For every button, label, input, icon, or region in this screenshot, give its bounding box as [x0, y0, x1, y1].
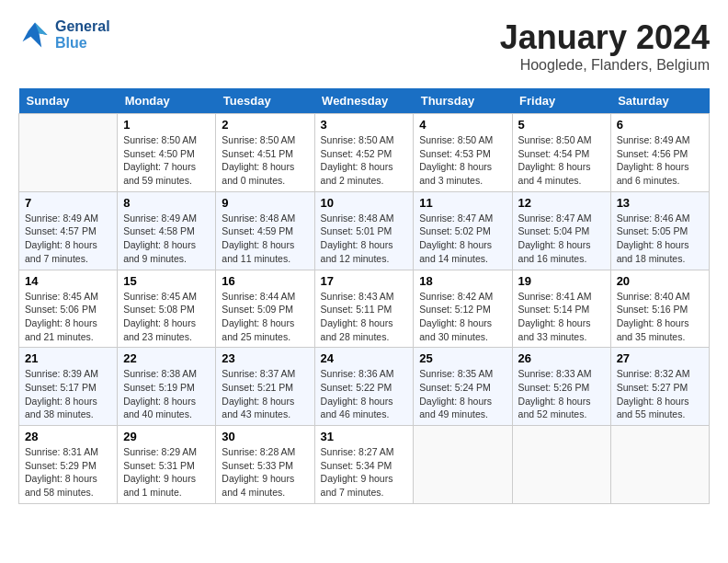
sunset: Sunset: 5:34 PM	[321, 460, 392, 471]
day-number: 13	[617, 196, 703, 210]
day-info: Sunrise: 8:31 AM Sunset: 5:29 PM Dayligh…	[25, 445, 111, 500]
sunset: Sunset: 4:58 PM	[123, 225, 195, 236]
sunset: Sunset: 4:59 PM	[222, 225, 293, 236]
sunset: Sunset: 5:31 PM	[123, 460, 195, 471]
sunset: Sunset: 5:33 PM	[222, 460, 293, 471]
day-number: 9	[222, 196, 308, 210]
day-number: 20	[617, 274, 703, 288]
day-number: 16	[222, 274, 308, 288]
day-info: Sunrise: 8:39 AM Sunset: 5:17 PM Dayligh…	[25, 367, 111, 421]
day-info: Sunrise: 8:50 AM Sunset: 4:53 PM Dayligh…	[419, 133, 506, 188]
sunset: Sunset: 5:24 PM	[419, 382, 491, 393]
day-info: Sunrise: 8:46 AM Sunset: 5:05 PM Dayligh…	[617, 212, 703, 266]
day-number: 27	[617, 351, 703, 365]
day-number: 5	[518, 118, 605, 132]
calendar-cell: 26 Sunrise: 8:33 AM Sunset: 5:26 PM Dayl…	[512, 348, 610, 426]
page-header: General Blue January 2024 Hooglede, Flan…	[18, 18, 710, 74]
sunset: Sunset: 5:04 PM	[518, 225, 590, 236]
day-info: Sunrise: 8:27 AM Sunset: 5:34 PM Dayligh…	[321, 445, 408, 500]
daylight: Daylight: 8 hours and 21 minutes.	[25, 317, 97, 342]
sunset: Sunset: 4:53 PM	[419, 148, 491, 159]
daylight: Daylight: 8 hours and 14 minutes.	[419, 239, 492, 264]
day-info: Sunrise: 8:49 AM Sunset: 4:56 PM Dayligh…	[617, 133, 703, 188]
sunset: Sunset: 4:57 PM	[25, 225, 97, 236]
day-info: Sunrise: 8:50 AM Sunset: 4:54 PM Dayligh…	[518, 133, 605, 188]
sunset: Sunset: 5:19 PM	[123, 382, 195, 393]
sunrise: Sunrise: 8:44 AM	[222, 291, 295, 302]
day-info: Sunrise: 8:47 AM Sunset: 5:02 PM Dayligh…	[419, 212, 506, 266]
day-number: 12	[518, 196, 605, 210]
sunrise: Sunrise: 8:31 AM	[25, 446, 98, 457]
day-info: Sunrise: 8:35 AM Sunset: 5:24 PM Dayligh…	[419, 367, 506, 421]
day-number: 4	[419, 118, 506, 132]
daylight: Daylight: 8 hours and 23 minutes.	[123, 317, 196, 342]
daylight: Daylight: 8 hours and 38 minutes.	[25, 396, 97, 420]
calendar-cell: 7 Sunrise: 8:49 AM Sunset: 4:57 PM Dayli…	[19, 191, 118, 270]
daylight: Daylight: 8 hours and 35 minutes.	[617, 317, 689, 342]
week-row-5: 28 Sunrise: 8:31 AM Sunset: 5:29 PM Dayl…	[19, 426, 710, 504]
sunrise: Sunrise: 8:27 AM	[321, 446, 394, 457]
calendar-cell: 2 Sunrise: 8:50 AM Sunset: 4:51 PM Dayli…	[216, 114, 314, 192]
day-number: 24	[321, 351, 408, 365]
month-year: January 2024	[500, 18, 710, 57]
daylight: Daylight: 8 hours and 28 minutes.	[321, 317, 393, 342]
daylight: Daylight: 9 hours and 7 minutes.	[321, 473, 393, 498]
daylight: Daylight: 8 hours and 7 minutes.	[25, 239, 97, 264]
calendar-cell: 27 Sunrise: 8:32 AM Sunset: 5:27 PM Dayl…	[610, 348, 709, 426]
sunrise: Sunrise: 8:43 AM	[321, 291, 394, 302]
calendar-cell: 15 Sunrise: 8:45 AM Sunset: 5:08 PM Dayl…	[118, 270, 216, 348]
calendar-cell: 21 Sunrise: 8:39 AM Sunset: 5:17 PM Dayl…	[19, 348, 118, 426]
calendar-table: SundayMondayTuesdayWednesdayThursdayFrid…	[18, 88, 710, 504]
day-info: Sunrise: 8:48 AM Sunset: 5:01 PM Dayligh…	[321, 212, 408, 266]
sunrise: Sunrise: 8:50 AM	[123, 134, 197, 145]
calendar-cell: 31 Sunrise: 8:27 AM Sunset: 5:34 PM Dayl…	[314, 426, 414, 504]
day-info: Sunrise: 8:42 AM Sunset: 5:12 PM Dayligh…	[419, 290, 506, 344]
sunrise: Sunrise: 8:35 AM	[419, 368, 493, 379]
day-info: Sunrise: 8:50 AM Sunset: 4:50 PM Dayligh…	[123, 133, 210, 188]
sunset: Sunset: 5:27 PM	[617, 382, 688, 393]
calendar-cell	[19, 114, 118, 192]
day-info: Sunrise: 8:50 AM Sunset: 4:52 PM Dayligh…	[321, 133, 408, 188]
daylight: Daylight: 8 hours and 0 minutes.	[222, 161, 294, 186]
day-number: 8	[123, 196, 210, 210]
sunrise: Sunrise: 8:49 AM	[617, 134, 690, 145]
day-number: 17	[321, 274, 408, 288]
daylight: Daylight: 8 hours and 4 minutes.	[518, 161, 591, 186]
sunset: Sunset: 5:14 PM	[518, 304, 590, 315]
day-info: Sunrise: 8:49 AM Sunset: 4:57 PM Dayligh…	[25, 212, 111, 266]
calendar-cell	[610, 426, 709, 504]
title-block: January 2024 Hooglede, Flanders, Belgium	[500, 18, 710, 74]
day-number: 15	[123, 274, 210, 288]
sunrise: Sunrise: 8:36 AM	[321, 368, 394, 379]
calendar-cell: 18 Sunrise: 8:42 AM Sunset: 5:12 PM Dayl…	[414, 270, 512, 348]
day-info: Sunrise: 8:36 AM Sunset: 5:22 PM Dayligh…	[321, 367, 408, 421]
calendar-cell	[414, 426, 512, 504]
day-number: 25	[419, 351, 506, 365]
sunrise: Sunrise: 8:47 AM	[518, 213, 592, 224]
day-number: 7	[25, 196, 111, 210]
sunset: Sunset: 5:01 PM	[321, 225, 392, 236]
calendar-cell: 1 Sunrise: 8:50 AM Sunset: 4:50 PM Dayli…	[118, 114, 216, 192]
weekday-header-thursday: Thursday	[414, 88, 512, 114]
calendar-cell: 3 Sunrise: 8:50 AM Sunset: 4:52 PM Dayli…	[314, 114, 414, 192]
daylight: Daylight: 8 hours and 2 minutes.	[321, 161, 393, 186]
calendar-cell: 29 Sunrise: 8:29 AM Sunset: 5:31 PM Dayl…	[118, 426, 216, 504]
sunset: Sunset: 4:51 PM	[222, 148, 293, 159]
day-info: Sunrise: 8:37 AM Sunset: 5:21 PM Dayligh…	[222, 367, 308, 421]
calendar-cell: 24 Sunrise: 8:36 AM Sunset: 5:22 PM Dayl…	[314, 348, 414, 426]
location: Hooglede, Flanders, Belgium	[500, 57, 710, 74]
sunset: Sunset: 5:02 PM	[419, 225, 491, 236]
sunrise: Sunrise: 8:47 AM	[419, 213, 493, 224]
daylight: Daylight: 8 hours and 11 minutes.	[222, 239, 294, 264]
day-info: Sunrise: 8:43 AM Sunset: 5:11 PM Dayligh…	[321, 290, 408, 344]
weekday-header-friday: Friday	[512, 88, 610, 114]
day-info: Sunrise: 8:33 AM Sunset: 5:26 PM Dayligh…	[518, 367, 605, 421]
sunrise: Sunrise: 8:40 AM	[617, 291, 690, 302]
sunset: Sunset: 5:26 PM	[518, 382, 590, 393]
sunrise: Sunrise: 8:46 AM	[617, 213, 690, 224]
day-info: Sunrise: 8:44 AM Sunset: 5:09 PM Dayligh…	[222, 290, 308, 344]
sunset: Sunset: 5:12 PM	[419, 304, 491, 315]
day-info: Sunrise: 8:28 AM Sunset: 5:33 PM Dayligh…	[222, 445, 308, 500]
sunrise: Sunrise: 8:48 AM	[222, 213, 295, 224]
sunrise: Sunrise: 8:33 AM	[518, 368, 592, 379]
